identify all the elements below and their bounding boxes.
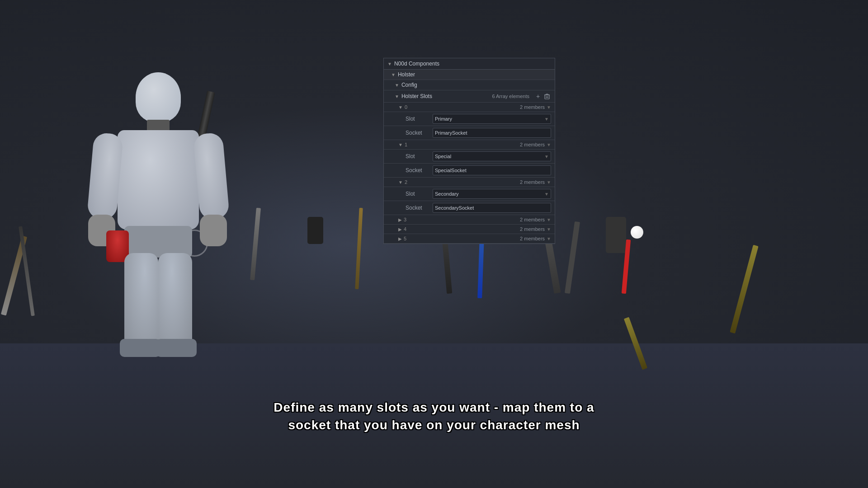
array-item-2-socket-row: Socket SecondarySocket xyxy=(384,201,555,215)
socket-input-0[interactable]: PrimarySocket xyxy=(433,128,551,138)
slot-dropdown-arrow-1: ▼ xyxy=(544,154,549,159)
socket-input-text-2: SecondarySocket xyxy=(435,205,474,211)
array-item-5-chevron-icon: ▼ xyxy=(547,236,551,241)
socket-value-container-1: SpecialSocket xyxy=(433,165,551,175)
weapon-item xyxy=(307,217,323,244)
array-item-4-members: 2 members xyxy=(520,226,545,232)
array-item-1-socket-row: Socket SpecialSocket xyxy=(384,164,555,178)
slot-dropdown-text-2: Secondary xyxy=(435,191,542,197)
array-item-1-members: 2 members xyxy=(520,142,545,147)
array-item-2-slot-row: Slot Secondary ▼ xyxy=(384,187,555,201)
array-item-1-index: 1 xyxy=(405,142,407,147)
array-item-0-chevron-icon: ▼ xyxy=(547,105,551,110)
array-item-1-expand-icon: ▼ xyxy=(398,142,403,147)
array-item-3-members: 2 members xyxy=(520,217,545,222)
robot-foot-right xyxy=(156,339,197,357)
array-item-2-members: 2 members xyxy=(520,179,545,185)
array-item-4-chevron-icon: ▼ xyxy=(547,227,551,232)
array-item-5-members: 2 members xyxy=(520,236,545,241)
robot-foot-left xyxy=(120,339,160,357)
array-item-3-expand-icon: ▶ xyxy=(398,217,402,222)
slot-label-1: Slot xyxy=(406,153,433,160)
socket-value-container-2: SecondarySocket xyxy=(433,203,551,213)
array-item-1-slot-row: Slot Special ▼ xyxy=(384,150,555,164)
socket-value-container-0: PrimarySocket xyxy=(433,128,551,138)
array-item-0-members: 2 members xyxy=(520,104,545,110)
slot-dropdown-1[interactable]: Special ▼ xyxy=(433,151,551,161)
robot-character xyxy=(81,63,235,380)
array-item-row-5[interactable]: ▶ 5 2 members ▼ xyxy=(384,234,555,244)
ball-item xyxy=(631,226,643,239)
slot-dropdown-0[interactable]: Primary ▼ xyxy=(433,114,551,124)
socket-input-2[interactable]: SecondarySocket xyxy=(433,203,551,213)
array-item-0-expand-icon: ▼ xyxy=(398,105,403,110)
socket-input-1[interactable]: SpecialSocket xyxy=(433,165,551,175)
config-label: Config xyxy=(401,82,417,88)
slot-label-2: Slot xyxy=(406,191,433,197)
array-item-2-expand-icon: ▼ xyxy=(398,180,403,185)
panel-header: ▼ N00d Components xyxy=(384,58,555,70)
array-item-2-index: 2 xyxy=(405,179,407,185)
add-array-element-button[interactable]: + xyxy=(534,92,542,100)
array-count-label: 6 Array elements xyxy=(492,94,529,99)
slot-value-container-2: Secondary ▼ xyxy=(433,189,551,199)
character-area xyxy=(36,36,307,420)
socket-label-2: Socket xyxy=(406,205,433,211)
slot-value-container-0: Primary ▼ xyxy=(433,114,551,124)
panel-title: N00d Components xyxy=(394,61,439,67)
panel-header-arrow-icon: ▼ xyxy=(387,61,392,66)
subtitle-text: Define as many slots as you want - map t… xyxy=(274,399,594,434)
socket-input-text-1: SpecialSocket xyxy=(435,168,467,173)
array-item-5-expand-icon: ▶ xyxy=(398,236,402,241)
subtitle-line2: socket that you have on your character m… xyxy=(288,418,580,432)
subtitle-line1: Define as many slots as you want - map t… xyxy=(274,400,594,414)
array-item-5-index: 5 xyxy=(404,236,406,241)
robot-head xyxy=(136,72,181,122)
array-item-row-3[interactable]: ▶ 3 2 members ▼ xyxy=(384,215,555,225)
array-item-row-1[interactable]: ▼ 1 2 members ▼ xyxy=(384,140,555,150)
socket-label-0: Socket xyxy=(406,130,433,136)
config-section-row: ▼ Config xyxy=(384,80,555,90)
holster-expand-icon: ▼ xyxy=(391,72,396,77)
config-expand-icon: ▼ xyxy=(395,83,399,88)
array-item-0-slot-row: Slot Primary ▼ xyxy=(384,112,555,126)
array-item-3-chevron-icon: ▼ xyxy=(547,217,551,222)
holster-slots-header: ▼ Holster Slots 6 Array elements + xyxy=(384,90,555,103)
delete-array-element-button[interactable] xyxy=(543,92,551,100)
array-item-0-index: 0 xyxy=(405,104,407,110)
slot-value-container-1: Special ▼ xyxy=(433,151,551,161)
array-item-4-expand-icon: ▶ xyxy=(398,227,402,232)
robot-leg-right xyxy=(158,253,192,343)
robot-leg-left xyxy=(124,253,158,343)
robot-torso xyxy=(118,130,199,230)
array-item-4-index: 4 xyxy=(404,226,406,232)
weapon-item xyxy=(606,217,626,253)
slot-dropdown-arrow-0: ▼ xyxy=(544,117,549,122)
slot-dropdown-arrow-2: ▼ xyxy=(544,192,549,197)
socket-input-text-0: PrimarySocket xyxy=(435,130,467,136)
array-item-3-index: 3 xyxy=(404,217,406,222)
holster-slots-expand-icon: ▼ xyxy=(395,94,399,99)
slot-dropdown-2[interactable]: Secondary ▼ xyxy=(433,189,551,199)
socket-label-1: Socket xyxy=(406,167,433,174)
slot-dropdown-text-0: Primary xyxy=(435,116,542,122)
delete-icon xyxy=(544,93,550,99)
array-item-row-4[interactable]: ▶ 4 2 members ▼ xyxy=(384,225,555,234)
slot-label-0: Slot xyxy=(406,116,433,122)
array-item-row-2[interactable]: ▼ 2 2 members ▼ xyxy=(384,178,555,187)
array-item-0-socket-row: Socket PrimarySocket xyxy=(384,126,555,140)
array-item-1-chevron-icon: ▼ xyxy=(547,142,551,147)
holster-slots-label: Holster Slots xyxy=(401,93,492,99)
holster-label: Holster xyxy=(398,71,415,78)
array-item-2-chevron-icon: ▼ xyxy=(547,180,551,185)
array-item-row-0[interactable]: ▼ 0 2 members ▼ xyxy=(384,103,555,112)
slot-dropdown-text-1: Special xyxy=(435,154,542,159)
holster-section-row: ▼ Holster xyxy=(384,70,555,80)
robot-hand-right xyxy=(200,215,227,246)
n00d-components-panel: ▼ N00d Components ▼ Holster ▼ Config ▼ H… xyxy=(383,58,555,244)
